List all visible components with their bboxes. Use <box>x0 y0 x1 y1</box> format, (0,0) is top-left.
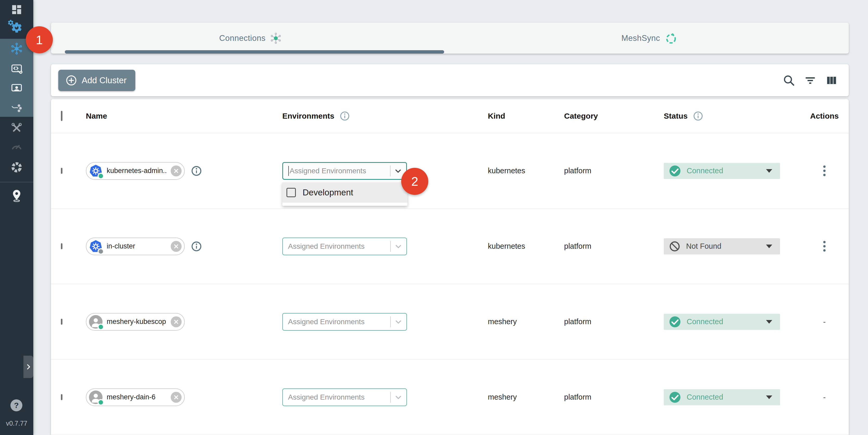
chevron-right-icon <box>25 364 32 370</box>
status-info-icon[interactable] <box>693 111 703 121</box>
header-status[interactable]: Status <box>664 112 688 120</box>
kind-cell: kubernetes <box>488 166 564 175</box>
help-button[interactable]: ? <box>10 399 22 411</box>
row-checkbox[interactable] <box>61 394 62 400</box>
step-badge-1: 1 <box>26 26 53 53</box>
connection-info-icon[interactable] <box>191 241 202 252</box>
environment-option-development[interactable]: Development <box>282 182 407 203</box>
kubernetes-icon <box>89 240 102 253</box>
environments-select[interactable]: Assigned Environments <box>282 389 407 406</box>
environments-placeholder: Assigned Environments <box>288 242 389 251</box>
header-kind[interactable]: Kind <box>488 112 564 120</box>
status-dropdown[interactable]: Connected <box>664 314 780 330</box>
connections-tab-icon <box>270 33 282 44</box>
screen-user-icon[interactable] <box>0 82 33 94</box>
dashboard-icon[interactable] <box>0 4 33 15</box>
environments-menu: Development <box>282 182 407 206</box>
table-row: in-cluster Assigned Environments <box>51 209 849 284</box>
connection-chip[interactable]: in-cluster <box>86 238 185 255</box>
sidebar-divider <box>0 182 33 182</box>
environments-info-icon[interactable] <box>340 111 350 121</box>
status-label: Not Found <box>686 242 760 251</box>
status-label: Connected <box>687 317 760 326</box>
active-tab-indicator <box>65 50 444 54</box>
connected-check-icon <box>669 391 681 403</box>
row-checkbox[interactable] <box>61 319 62 325</box>
chevron-down-icon[interactable] <box>394 393 403 402</box>
chevron-down-icon[interactable] <box>394 242 403 251</box>
location-pin-icon[interactable] <box>0 189 33 202</box>
no-actions-dash: - <box>823 393 826 402</box>
connection-info-icon[interactable] <box>191 165 202 177</box>
environments-select[interactable]: Assigned Environments <box>282 162 407 180</box>
connection-name: kubernetes-admin... <box>107 167 166 175</box>
environments-select[interactable]: Assigned Environments <box>282 313 407 331</box>
header-name[interactable]: Name <box>86 112 282 120</box>
remove-connection-icon[interactable] <box>171 392 182 403</box>
chevron-down-icon[interactable] <box>394 166 403 175</box>
kind-cell: meshery <box>488 393 564 401</box>
kind-cell: meshery <box>488 317 564 326</box>
text-cursor <box>288 166 289 176</box>
row-actions-menu[interactable] <box>822 164 827 178</box>
table-toolbar: Add Cluster <box>51 64 849 96</box>
connection-chip[interactable]: kubernetes-admin... <box>86 162 185 180</box>
environments-placeholder: Assigned Environments <box>288 318 389 326</box>
table-row: kubernetes-admin... Assigned Environment… <box>51 133 849 209</box>
remove-connection-icon[interactable] <box>171 165 182 177</box>
table-row: meshery-dain-6 Assigned Environments mes… <box>51 360 849 435</box>
category-cell: platform <box>564 242 664 251</box>
status-dropdown[interactable]: Connected <box>664 389 780 405</box>
code-tools-icon[interactable] <box>0 63 33 75</box>
environments-select[interactable]: Assigned Environments <box>282 238 407 255</box>
option-label: Development <box>303 188 353 197</box>
search-icon[interactable] <box>783 74 795 87</box>
header-category[interactable]: Category <box>564 112 664 120</box>
caret-down-icon <box>766 320 772 324</box>
extensions-pie-icon[interactable] <box>0 161 33 173</box>
connection-status-dot <box>99 325 103 329</box>
status-dropdown[interactable]: Connected <box>664 163 780 179</box>
row-checkbox[interactable] <box>61 168 62 174</box>
connection-name: meshery-dain-6 <box>107 393 166 401</box>
tab-meshsync[interactable]: MeshSync <box>450 23 849 54</box>
connection-status-dot <box>99 400 103 405</box>
connection-name: in-cluster <box>107 242 166 250</box>
avatar-icon <box>89 315 102 329</box>
toolbox-wrenches-icon[interactable] <box>0 122 33 134</box>
performance-gauge-icon[interactable] <box>0 141 33 153</box>
chevron-down-icon <box>13 25 19 28</box>
filter-icon[interactable] <box>804 74 816 87</box>
table-row: meshery-kubescop... Assigned Environment… <box>51 284 849 360</box>
connected-check-icon <box>669 165 681 177</box>
columns-icon[interactable] <box>825 74 838 87</box>
table-header-row: Name Environments Kind Category Status A… <box>51 99 849 133</box>
select-all-checkbox[interactable] <box>61 111 62 121</box>
not-found-block-icon <box>669 241 680 252</box>
connection-chip[interactable]: meshery-dain-6 <box>86 389 185 406</box>
tab-connections-label: Connections <box>219 34 266 43</box>
environments-placeholder: Assigned Environments <box>289 167 389 175</box>
caret-down-icon <box>766 396 772 399</box>
header-environments[interactable]: Environments <box>282 112 334 120</box>
row-checkbox[interactable] <box>61 243 62 249</box>
service-branch-icon[interactable] <box>0 102 33 114</box>
avatar-icon <box>89 391 102 404</box>
sidebar-expand-button[interactable] <box>23 356 33 378</box>
caret-down-icon <box>766 245 772 248</box>
connection-chip[interactable]: meshery-kubescop... <box>86 313 185 331</box>
chevron-down-icon[interactable] <box>394 317 403 326</box>
no-actions-dash: - <box>823 317 826 326</box>
remove-connection-icon[interactable] <box>171 241 182 252</box>
row-actions-menu[interactable] <box>822 239 827 253</box>
status-dropdown[interactable]: Not Found <box>664 238 780 254</box>
tab-connections[interactable]: Connections <box>51 23 450 54</box>
option-checkbox[interactable] <box>286 188 296 197</box>
add-cluster-button[interactable]: Add Cluster <box>58 70 135 91</box>
remove-connection-icon[interactable] <box>171 316 182 327</box>
category-cell: platform <box>564 166 664 175</box>
add-cluster-label: Add Cluster <box>82 75 126 85</box>
environments-placeholder: Assigned Environments <box>288 393 389 401</box>
tabs-bar: Connections MeshSync <box>51 23 849 54</box>
tab-meshsync-label: MeshSync <box>621 34 660 43</box>
